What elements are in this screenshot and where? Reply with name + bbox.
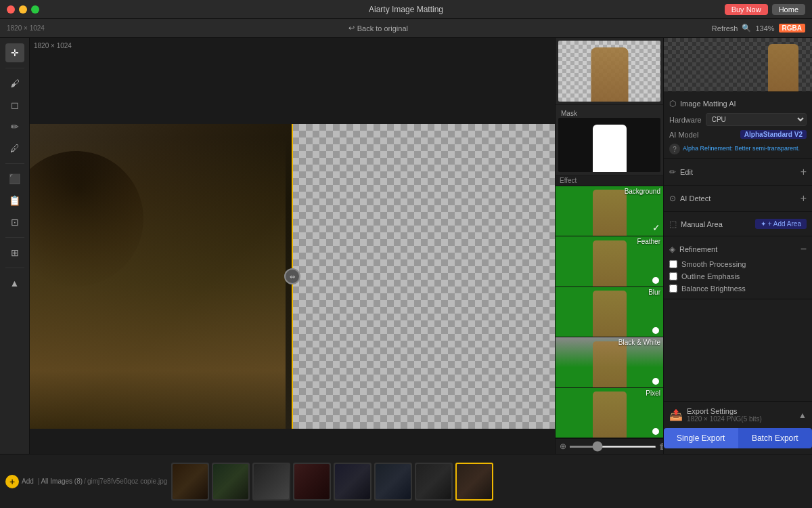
tool-eraser[interactable]: ◻ bbox=[5, 96, 24, 114]
balance-brightness-label: Balance Brightness bbox=[681, 284, 746, 293]
outline-emphasis-checkbox[interactable] bbox=[669, 272, 677, 280]
edit-header[interactable]: ✏ Edit + bbox=[669, 163, 807, 181]
canvas-size-label: 1820 × 1024 bbox=[34, 42, 72, 49]
toolbar-right: Refresh 🔍 134% RGBA bbox=[712, 24, 805, 33]
smooth-processing-checkbox[interactable] bbox=[669, 260, 677, 268]
effect-feather[interactable]: Feather bbox=[556, 236, 663, 287]
tool-crop[interactable]: ⊡ bbox=[5, 213, 24, 232]
toolbar-left: 1820 × 1024 bbox=[7, 24, 45, 32]
effect-section-label: Effect bbox=[556, 175, 663, 186]
minimize-button[interactable] bbox=[19, 5, 27, 14]
effect-background[interactable]: Background ✓ bbox=[556, 186, 663, 236]
effect-check-icon: ✓ bbox=[652, 222, 660, 233]
effect-background-label: Background bbox=[625, 188, 660, 195]
filmstrip-thumb-6[interactable] bbox=[374, 463, 412, 501]
breadcrumb-separator: | bbox=[38, 478, 40, 485]
thumb-inner-6 bbox=[376, 464, 411, 499]
filmstrip-thumb-8[interactable] bbox=[455, 463, 493, 501]
filmstrip-thumb-3[interactable] bbox=[252, 463, 290, 501]
canvas-area[interactable]: 1820 × 1024 ⇔ bbox=[30, 38, 555, 454]
filmstrip-thumb-1[interactable] bbox=[171, 463, 209, 501]
thumb-inner-5 bbox=[335, 464, 370, 499]
help-icon[interactable]: ? bbox=[669, 144, 680, 154]
balance-brightness-checkbox[interactable] bbox=[669, 284, 677, 293]
current-file-label: gimj7e8fv5e0qoz copie.jpg bbox=[87, 478, 167, 485]
tool-view[interactable]: ⊞ bbox=[5, 243, 24, 262]
tool-clone[interactable]: 📋 bbox=[5, 191, 24, 210]
ai-detect-section: ⊙ AI Detect + bbox=[664, 186, 812, 212]
filmstrip-thumb-2[interactable] bbox=[212, 463, 250, 501]
ai-detect-header[interactable]: ⊙ AI Detect + bbox=[669, 190, 807, 207]
tool-collapse[interactable]: ▲ bbox=[5, 274, 24, 293]
add-effect-icon[interactable]: ⊕ bbox=[560, 442, 566, 451]
refinement-header[interactable]: ◈ Refinement − bbox=[669, 240, 807, 258]
manual-area-header[interactable]: ⬚ Manual Area ✦ + Add Area bbox=[669, 216, 807, 232]
effect-range-slider[interactable] bbox=[569, 446, 656, 448]
outline-emphasis-label: Outline Emphasis bbox=[681, 272, 740, 280]
image-matting-title: ⬡ Image Matting AI bbox=[669, 99, 736, 108]
effect-pixel[interactable]: Pixel bbox=[556, 388, 663, 438]
tool-pencil[interactable]: 🖊 bbox=[5, 139, 24, 158]
mask-thumbnail[interactable] bbox=[558, 118, 660, 172]
rgba-badge[interactable]: RGBA bbox=[779, 24, 805, 33]
tool-brush[interactable]: 🖌 bbox=[5, 74, 24, 93]
add-image-button[interactable]: + bbox=[5, 475, 19, 488]
ai-model-badge[interactable]: AlphaStandard V2 bbox=[740, 130, 807, 139]
export-settings-expand-icon[interactable]: ▲ bbox=[798, 410, 807, 420]
effect-blur[interactable]: Blur bbox=[556, 287, 663, 337]
refinement-title: ◈ Refinement bbox=[669, 245, 717, 254]
single-export-button[interactable]: Single Export bbox=[664, 428, 738, 448]
effect-pixel-figure bbox=[593, 391, 627, 438]
buy-now-button[interactable]: Buy Now bbox=[725, 4, 768, 15]
zoom-level: 134% bbox=[755, 24, 774, 33]
refinement-collapse-icon[interactable]: − bbox=[800, 243, 807, 255]
tool-pen[interactable]: ✏ bbox=[5, 117, 24, 136]
thumb-inner-2 bbox=[213, 464, 248, 499]
feather-slider[interactable] bbox=[652, 277, 659, 284]
hardware-row: Hardware CPU GPU bbox=[669, 111, 807, 128]
export-settings-detail: 1820 × 1024 PNG(5 bits) bbox=[687, 415, 762, 423]
back-to-original-button[interactable]: ↩ Back to original bbox=[348, 24, 408, 33]
mask-figure bbox=[593, 125, 627, 172]
ai-detect-icon: ⊙ bbox=[669, 194, 676, 203]
export-settings-info: Export Settings 1820 × 1024 PNG(5 bits) bbox=[687, 407, 762, 423]
effect-background-figure bbox=[593, 190, 627, 236]
tool-divider-4 bbox=[5, 268, 24, 268]
ai-model-row: AI Model AlphaStandard V2 bbox=[669, 128, 807, 141]
manual-area-title: ⬚ Manual Area bbox=[669, 219, 723, 229]
hardware-select[interactable]: CPU GPU bbox=[706, 113, 807, 126]
image-original-half bbox=[30, 124, 292, 429]
bottom-left-controls: + Add bbox=[5, 475, 34, 488]
edit-expand-icon[interactable]: + bbox=[800, 166, 807, 178]
bw-slider[interactable] bbox=[652, 378, 659, 385]
pixel-slider[interactable] bbox=[652, 428, 659, 435]
image-matting-header[interactable]: ⬡ Image Matting AI bbox=[669, 96, 807, 111]
secondary-toolbar: 1820 × 1024 ↩ Back to original Refresh 🔍… bbox=[0, 19, 812, 38]
all-images-link[interactable]: All Images (8) bbox=[41, 478, 83, 485]
blur-slider[interactable] bbox=[652, 327, 659, 334]
filmstrip-thumb-4[interactable] bbox=[293, 463, 331, 501]
refresh-button[interactable]: Refresh bbox=[712, 24, 738, 33]
smooth-processing-row: Smooth Processing bbox=[669, 258, 807, 270]
titlebar: Aiarty Image Matting Buy Now Home bbox=[0, 0, 812, 19]
tool-divider-2 bbox=[5, 163, 24, 164]
ai-detect-expand-icon[interactable]: + bbox=[800, 192, 807, 205]
thumb-inner-7 bbox=[416, 464, 451, 499]
batch-export-button[interactable]: Batch Export bbox=[738, 428, 813, 448]
filmstrip-thumb-7[interactable] bbox=[415, 463, 453, 501]
tool-fill[interactable]: ⬛ bbox=[5, 169, 24, 188]
home-button[interactable]: Home bbox=[772, 4, 805, 15]
effect-bw[interactable]: Black & White bbox=[556, 337, 663, 387]
tool-select[interactable]: ✛ bbox=[5, 43, 24, 62]
titlebar-actions: Buy Now Home bbox=[725, 4, 805, 15]
add-area-button[interactable]: ✦ + Add Area bbox=[755, 219, 807, 229]
close-button[interactable] bbox=[7, 5, 15, 14]
filmstrip-thumb-5[interactable] bbox=[334, 463, 371, 501]
effect-pixel-label: Pixel bbox=[646, 389, 660, 397]
rgba-figure bbox=[591, 47, 628, 102]
effect-blur-label: Blur bbox=[648, 289, 660, 296]
split-handle[interactable]: ⇔ bbox=[284, 268, 300, 284]
maximize-button[interactable] bbox=[31, 5, 39, 14]
effect-feather-label: Feather bbox=[637, 238, 660, 245]
rgba-thumbnail[interactable] bbox=[558, 41, 660, 102]
